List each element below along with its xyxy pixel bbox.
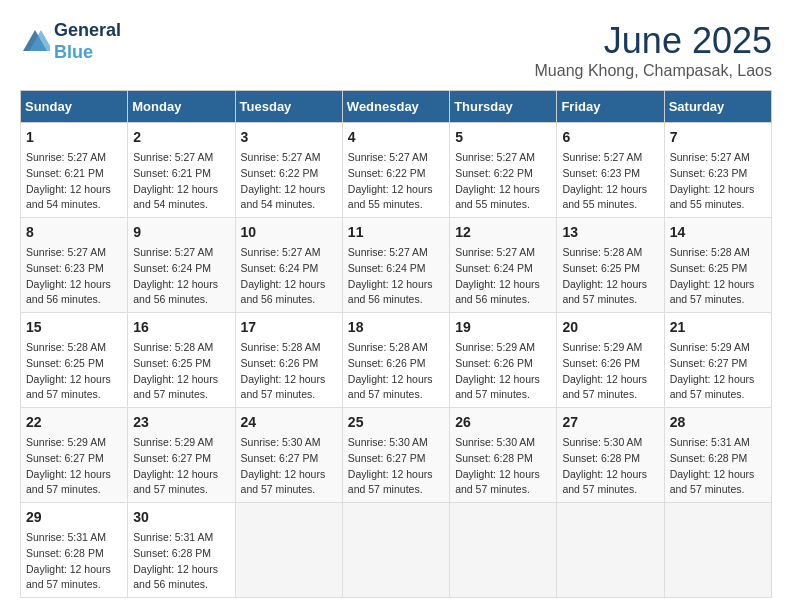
calendar-cell: 19Sunrise: 5:29 AMSunset: 6:26 PMDayligh… [450, 313, 557, 408]
day-number: 2 [133, 127, 229, 148]
weekday-header-tuesday: Tuesday [235, 91, 342, 123]
day-info-line: Sunrise: 5:28 AM [562, 245, 658, 261]
day-info-line: Sunrise: 5:31 AM [26, 530, 122, 546]
day-info-line: and 57 minutes. [26, 387, 122, 403]
day-number: 11 [348, 222, 444, 243]
day-number: 30 [133, 507, 229, 528]
day-info-line: Sunrise: 5:27 AM [133, 245, 229, 261]
logo: General Blue [20, 20, 121, 63]
day-info-line: Sunrise: 5:29 AM [455, 340, 551, 356]
day-info-line: and 56 minutes. [455, 292, 551, 308]
day-info-line: Sunrise: 5:27 AM [26, 245, 122, 261]
calendar-cell: 12Sunrise: 5:27 AMSunset: 6:24 PMDayligh… [450, 218, 557, 313]
day-info-line: and 56 minutes. [133, 577, 229, 593]
day-number: 13 [562, 222, 658, 243]
calendar-cell: 24Sunrise: 5:30 AMSunset: 6:27 PMDayligh… [235, 408, 342, 503]
day-info-line: and 57 minutes. [26, 482, 122, 498]
weekday-header-friday: Friday [557, 91, 664, 123]
day-info-line: Sunrise: 5:29 AM [670, 340, 766, 356]
calendar-table: SundayMondayTuesdayWednesdayThursdayFrid… [20, 90, 772, 598]
week-row-5: 29Sunrise: 5:31 AMSunset: 6:28 PMDayligh… [21, 503, 772, 598]
calendar-cell: 25Sunrise: 5:30 AMSunset: 6:27 PMDayligh… [342, 408, 449, 503]
day-info-line: Daylight: 12 hours [455, 277, 551, 293]
day-info-line: and 56 minutes. [133, 292, 229, 308]
day-info-line: Sunset: 6:27 PM [348, 451, 444, 467]
logo-text: General Blue [54, 20, 121, 63]
day-info-line: Daylight: 12 hours [348, 277, 444, 293]
day-info-line: Daylight: 12 hours [348, 372, 444, 388]
day-info-line: Sunset: 6:24 PM [241, 261, 337, 277]
calendar-cell: 10Sunrise: 5:27 AMSunset: 6:24 PMDayligh… [235, 218, 342, 313]
calendar-cell: 23Sunrise: 5:29 AMSunset: 6:27 PMDayligh… [128, 408, 235, 503]
calendar-cell: 21Sunrise: 5:29 AMSunset: 6:27 PMDayligh… [664, 313, 771, 408]
day-info-line: Sunrise: 5:29 AM [26, 435, 122, 451]
calendar-cell: 18Sunrise: 5:28 AMSunset: 6:26 PMDayligh… [342, 313, 449, 408]
day-info-line: Sunrise: 5:28 AM [241, 340, 337, 356]
day-info-line: Sunrise: 5:27 AM [241, 245, 337, 261]
day-number: 8 [26, 222, 122, 243]
day-info-line: Sunset: 6:28 PM [455, 451, 551, 467]
day-info-line: and 56 minutes. [348, 292, 444, 308]
day-info-line: Daylight: 12 hours [26, 182, 122, 198]
weekday-header-thursday: Thursday [450, 91, 557, 123]
day-number: 5 [455, 127, 551, 148]
day-info-line: Sunset: 6:25 PM [133, 356, 229, 372]
day-info-line: Daylight: 12 hours [670, 277, 766, 293]
weekday-header-wednesday: Wednesday [342, 91, 449, 123]
week-row-1: 1Sunrise: 5:27 AMSunset: 6:21 PMDaylight… [21, 123, 772, 218]
day-info-line: Sunrise: 5:29 AM [562, 340, 658, 356]
day-number: 6 [562, 127, 658, 148]
day-info-line: Daylight: 12 hours [26, 277, 122, 293]
day-info-line: Sunset: 6:27 PM [241, 451, 337, 467]
day-info-line: Daylight: 12 hours [562, 467, 658, 483]
day-info-line: Sunrise: 5:30 AM [348, 435, 444, 451]
day-info-line: and 55 minutes. [348, 197, 444, 213]
day-info-line: Daylight: 12 hours [133, 562, 229, 578]
day-info-line: Sunrise: 5:27 AM [348, 245, 444, 261]
weekday-header-saturday: Saturday [664, 91, 771, 123]
month-title: June 2025 [535, 20, 772, 62]
day-number: 17 [241, 317, 337, 338]
day-info-line: Sunset: 6:26 PM [562, 356, 658, 372]
day-info-line: Daylight: 12 hours [133, 277, 229, 293]
weekday-header-monday: Monday [128, 91, 235, 123]
day-info-line: Sunset: 6:27 PM [133, 451, 229, 467]
day-info-line: Daylight: 12 hours [348, 467, 444, 483]
day-info-line: Sunset: 6:21 PM [133, 166, 229, 182]
day-info-line: Daylight: 12 hours [133, 182, 229, 198]
calendar-cell: 11Sunrise: 5:27 AMSunset: 6:24 PMDayligh… [342, 218, 449, 313]
day-info-line: Sunset: 6:23 PM [562, 166, 658, 182]
day-info-line: Daylight: 12 hours [670, 182, 766, 198]
day-info-line: Sunset: 6:22 PM [241, 166, 337, 182]
day-info-line: Daylight: 12 hours [241, 182, 337, 198]
calendar-cell [235, 503, 342, 598]
calendar-cell: 3Sunrise: 5:27 AMSunset: 6:22 PMDaylight… [235, 123, 342, 218]
day-info-line: Sunset: 6:21 PM [26, 166, 122, 182]
day-info-line: Sunset: 6:26 PM [241, 356, 337, 372]
day-number: 26 [455, 412, 551, 433]
day-number: 19 [455, 317, 551, 338]
day-info-line: Sunset: 6:22 PM [455, 166, 551, 182]
day-info-line: Sunset: 6:23 PM [26, 261, 122, 277]
day-info-line: and 57 minutes. [26, 577, 122, 593]
day-info-line: Sunset: 6:28 PM [133, 546, 229, 562]
day-number: 20 [562, 317, 658, 338]
day-info-line: Sunrise: 5:27 AM [26, 150, 122, 166]
day-number: 15 [26, 317, 122, 338]
day-info-line: Daylight: 12 hours [241, 277, 337, 293]
calendar-cell: 15Sunrise: 5:28 AMSunset: 6:25 PMDayligh… [21, 313, 128, 408]
title-block: June 2025 Muang Khong, Champasak, Laos [535, 20, 772, 80]
calendar-cell: 5Sunrise: 5:27 AMSunset: 6:22 PMDaylight… [450, 123, 557, 218]
day-info-line: Daylight: 12 hours [348, 182, 444, 198]
day-number: 10 [241, 222, 337, 243]
day-info-line: Daylight: 12 hours [241, 372, 337, 388]
day-info-line: Sunrise: 5:30 AM [455, 435, 551, 451]
day-info-line: Sunrise: 5:28 AM [670, 245, 766, 261]
day-info-line: and 57 minutes. [562, 292, 658, 308]
calendar-cell: 27Sunrise: 5:30 AMSunset: 6:28 PMDayligh… [557, 408, 664, 503]
day-info-line: Daylight: 12 hours [562, 372, 658, 388]
day-info-line: Sunset: 6:22 PM [348, 166, 444, 182]
calendar-cell [342, 503, 449, 598]
day-info-line: and 56 minutes. [241, 292, 337, 308]
day-info-line: and 57 minutes. [455, 387, 551, 403]
